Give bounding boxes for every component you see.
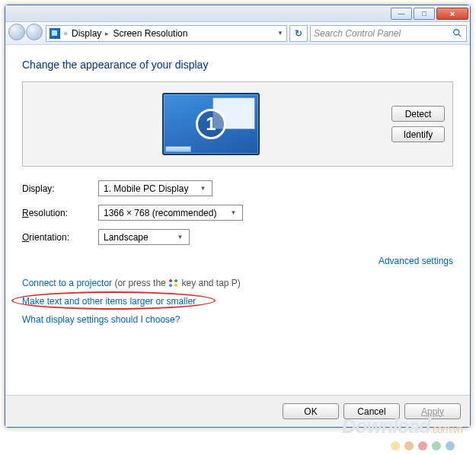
breadcrumb-display[interactable]: Display (72, 28, 101, 39)
watermark-dots (391, 441, 455, 450)
which-settings-link[interactable]: What display settings should I choose? (22, 314, 180, 325)
minimize-button[interactable]: — (391, 8, 412, 20)
projector-hint-pre: (or press the (114, 278, 168, 288)
address-dropdown-icon[interactable]: ▼ (277, 30, 283, 37)
refresh-button[interactable]: ↻ (289, 25, 308, 42)
projector-hint-post: key and tap P) (181, 278, 240, 288)
search-icon (452, 28, 463, 39)
page-title: Change the appearance of your display (22, 59, 453, 71)
display-value: 1. Mobile PC Display (104, 183, 188, 194)
connect-projector-link[interactable]: Connect to a projector (22, 278, 112, 288)
detect-button[interactable]: Detect (391, 106, 445, 122)
search-input[interactable]: Search Control Panel (310, 25, 467, 42)
nav-row: « Display ▸ Screen Resolution ▼ ↻ Search… (5, 22, 470, 45)
search-placeholder: Search Control Panel (314, 28, 401, 39)
address-bar[interactable]: « Display ▸ Screen Resolution ▼ (46, 25, 287, 42)
dropdown-icon: ▼ (174, 230, 186, 244)
dropdown-icon: ▼ (197, 181, 209, 196)
cancel-button[interactable]: Cancel (343, 403, 400, 419)
windows-key-icon (168, 278, 179, 288)
resolution-combo[interactable]: 1366 × 768 (recommended) ▼ (98, 205, 243, 221)
breadcrumb-screen-resolution[interactable]: Screen Resolution (113, 28, 187, 39)
dialog-button-bar: OK Cancel Apply (5, 395, 470, 427)
orientation-combo[interactable]: Landscape ▼ (98, 229, 190, 245)
back-button[interactable] (8, 24, 25, 40)
resolution-label: Resolution: (22, 208, 98, 218)
monitor-preview-box: 1 Detect Identify (22, 81, 453, 167)
resize-text-link[interactable]: Make text and other items larger or smal… (22, 296, 196, 307)
svg-point-0 (454, 29, 459, 34)
forward-button[interactable] (26, 24, 43, 40)
monitor-number-badge: 1 (196, 109, 226, 139)
close-button[interactable]: × (436, 8, 468, 20)
identify-button[interactable]: Identify (391, 126, 445, 142)
content-area: Change the appearance of your display 1 … (5, 45, 470, 336)
display-label: Display: (22, 183, 98, 194)
dropdown-icon: ▼ (228, 205, 239, 220)
monitor-1[interactable]: 1 (162, 93, 260, 155)
monitor-taskbar-thumb (165, 146, 191, 152)
chevron-right-icon: ▸ (105, 30, 109, 37)
nav-back-forward (8, 24, 43, 43)
svg-line-1 (458, 33, 462, 37)
ok-button[interactable]: OK (283, 403, 339, 419)
display-combo[interactable]: 1. Mobile PC Display ▼ (98, 180, 212, 196)
resolution-value: 1366 × 768 (recommended) (104, 208, 216, 218)
settings-grid: Display: 1. Mobile PC Display ▼ Resoluti… (22, 180, 453, 245)
chevron-left-icon: « (64, 30, 68, 37)
apply-button[interactable]: Apply (404, 403, 461, 419)
orientation-label: Orientation: (22, 232, 98, 243)
orientation-value: Landscape (104, 232, 149, 243)
titlebar: — □ × (5, 5, 470, 22)
control-panel-icon (50, 28, 60, 39)
advanced-settings-link[interactable]: Advanced settings (379, 256, 453, 266)
screen-resolution-window: — □ × « Display ▸ Screen Resolution ▼ ↻ … (5, 5, 471, 428)
maximize-button[interactable]: □ (414, 8, 435, 20)
